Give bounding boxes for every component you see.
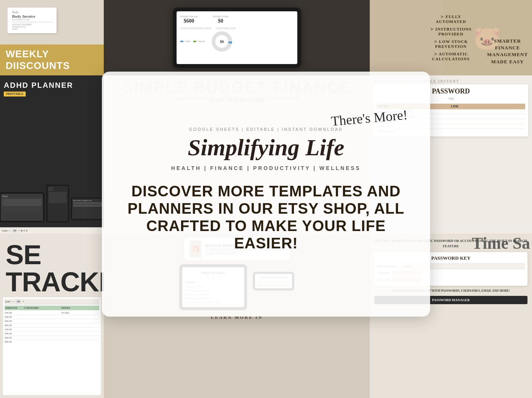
tablet-device: TWO: [0, 192, 45, 222]
laptop-device: RESUME TEMPLATE: [71, 197, 104, 222]
sheet-toolbar: Lora — 10 + B I U: [0, 227, 104, 234]
se-tracker-title: SETRACKER: [0, 234, 104, 295]
adhd-planner-label: ADHD PLANNER PRINTABLE: [4, 81, 73, 96]
top-right-cell: 🐷 ➤ FULLYAUTOMATED ➤ INSTRUCTIONSPROVIDE…: [370, 0, 532, 75]
svg-text:$0: $0: [220, 40, 224, 44]
donut-chart: $0: [211, 30, 233, 53]
overlay-main-title: Simplifying Life: [188, 135, 344, 160]
time-text: Time Sa: [472, 234, 530, 253]
tracker-sheet: Lora—10+ AMOUNT CATEGORY NOTES 100.00To …: [3, 297, 101, 395]
top-middle-cell: TOTAL VALUE $600 TOTAL COST $0 COST VS. …: [104, 0, 370, 75]
invoice-mockup: Body Body Invoice BUSINESS NAME INVOICE …: [8, 8, 57, 33]
overlay-cta: DISCOVER MORE TEMPLATES AND PLANNERS IN …: [117, 182, 415, 252]
features-list: ➤ FULLYAUTOMATED ➤ INSTRUCTIONSPROVIDED …: [418, 14, 484, 61]
mid-left-cell: ADHD PLANNER PRINTABLE TWO medical plann…: [0, 75, 104, 234]
finance-label: SMARTER FINANCE MANAGEMENT MADE EASY: [485, 38, 530, 65]
bottom-left-cell: SETRACKER Lora—10+ AMOUNT CATEGORY NOTES…: [0, 234, 104, 398]
overlay-card: There's More! GOOGLE SHEETS | EDITABLE |…: [102, 72, 430, 317]
weekly-discounts-banner: WEEKLY DIISCOUNTS: [0, 44, 104, 75]
overlay-categories: HEALTH | FINANCE | PRODUCTIVITY | WELLNE…: [171, 165, 361, 171]
top-left-cell: Body Body Invoice BUSINESS NAME INVOICE …: [0, 0, 104, 75]
tablet-mockup: TOTAL VALUE $600 TOTAL COST $0 COST VS. …: [173, 8, 301, 68]
theres-more-label: There's More!: [330, 107, 408, 130]
phone-device: medical planner: [46, 185, 69, 222]
overlay-subtitle: GOOGLE SHEETS | EDITABLE | INSTANT DOWNL…: [189, 127, 343, 132]
